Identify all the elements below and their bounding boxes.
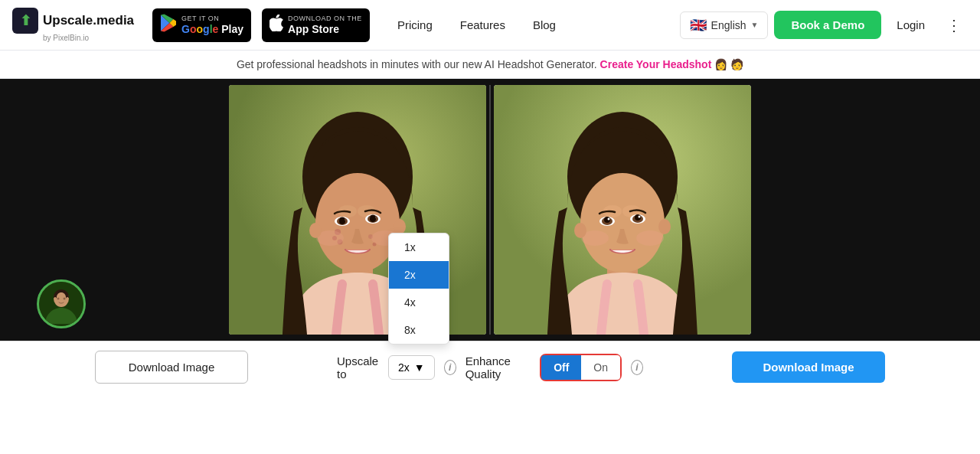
download-image-right-button[interactable]: Download Image <box>732 351 885 383</box>
option-1x[interactable]: 1x <box>389 234 449 261</box>
svg-point-45 <box>636 230 664 246</box>
more-options-icon[interactable]: ⋮ <box>940 13 968 38</box>
create-headshot-link[interactable]: Create Your Headshot <box>600 58 712 70</box>
app-store-badge[interactable]: Download on the App Store <box>262 8 370 42</box>
language-selector[interactable]: 🇬🇧 English ▼ <box>680 11 769 39</box>
enhance-quality-toggle[interactable]: Off On <box>540 354 622 381</box>
svg-point-28 <box>340 217 345 223</box>
svg-point-29 <box>371 215 376 220</box>
toggle-on-button[interactable]: On <box>581 355 620 380</box>
option-8x[interactable]: 8x <box>389 316 449 344</box>
main-content-area <box>0 79 980 341</box>
logo-text: Upscale.media <box>43 13 134 28</box>
bottom-controls: Download Image Upscale to 2x ▼ 1x 2x 4x … <box>0 341 980 393</box>
login-button[interactable]: Login <box>887 12 934 38</box>
svg-point-26 <box>309 223 322 238</box>
book-demo-button[interactable]: Book a Demo <box>774 11 881 39</box>
after-image-wrapper <box>494 85 751 335</box>
logo-icon: ⬆ <box>12 8 38 34</box>
svg-point-8 <box>315 173 400 273</box>
svg-point-43 <box>639 216 641 218</box>
nav-blog[interactable]: Blog <box>521 12 568 38</box>
google-play-badge[interactable]: GET IT ON Google Play <box>152 8 251 42</box>
nav-pricing[interactable]: Pricing <box>385 12 445 38</box>
announcement-bar: Get professional headshots in minutes wi… <box>0 51 980 79</box>
chevron-down-icon: ▼ <box>751 21 759 29</box>
upscale-dropdown[interactable]: 2x ▼ <box>388 355 435 380</box>
user-avatar <box>37 279 86 328</box>
enhance-quality-label: Enhance Quality <box>466 354 531 381</box>
svg-point-3 <box>64 298 66 300</box>
app-store-text: Download on the App Store <box>288 15 362 36</box>
svg-point-47 <box>658 219 671 234</box>
svg-point-33 <box>580 173 665 273</box>
logo-sub: by PixelBin.io <box>43 34 89 42</box>
logo-area: ⬆ Upscale.media by PixelBin.io <box>12 8 134 42</box>
left-panel <box>0 79 122 341</box>
svg-point-2 <box>57 298 60 300</box>
dropdown-arrow-icon: ▼ <box>414 361 425 374</box>
svg-point-39 <box>608 218 610 220</box>
google-play-icon <box>160 14 177 36</box>
toggle-off-button[interactable]: Off <box>541 355 581 380</box>
nav-links: Pricing Features Blog <box>385 12 568 38</box>
navbar: ⬆ Upscale.media by PixelBin.io GET IT ON… <box>0 0 980 51</box>
upscale-value: 2x <box>398 361 410 374</box>
option-4x[interactable]: 4x <box>389 289 449 316</box>
download-image-left-button[interactable]: Download Image <box>95 351 248 384</box>
apple-icon <box>270 15 283 35</box>
image-comparison-area <box>122 79 858 341</box>
after-image <box>494 85 751 335</box>
upscale-dropdown-menu: 1x 2x 4x 8x <box>388 233 449 345</box>
headshot-emoji-2: 🧑 <box>730 58 743 70</box>
google-play-text: GET IT ON Google Play <box>181 15 243 36</box>
google-play-big-text: Google Play <box>181 23 243 36</box>
right-panel <box>858 79 980 341</box>
option-2x[interactable]: 2x <box>389 261 449 289</box>
upscale-info-icon[interactable]: i <box>444 360 456 375</box>
flag-icon: 🇬🇧 <box>690 17 707 34</box>
headshot-emoji-1: 👩 <box>714 58 727 70</box>
nav-features[interactable]: Features <box>448 12 518 38</box>
enhance-info-icon[interactable]: i <box>631 360 643 375</box>
svg-point-46 <box>574 223 586 238</box>
language-text: English <box>711 19 746 31</box>
upscale-to-label: Upscale to <box>337 354 379 381</box>
image-divider <box>486 85 494 335</box>
announcement-text: Get professional headshots in minutes wi… <box>237 58 597 70</box>
